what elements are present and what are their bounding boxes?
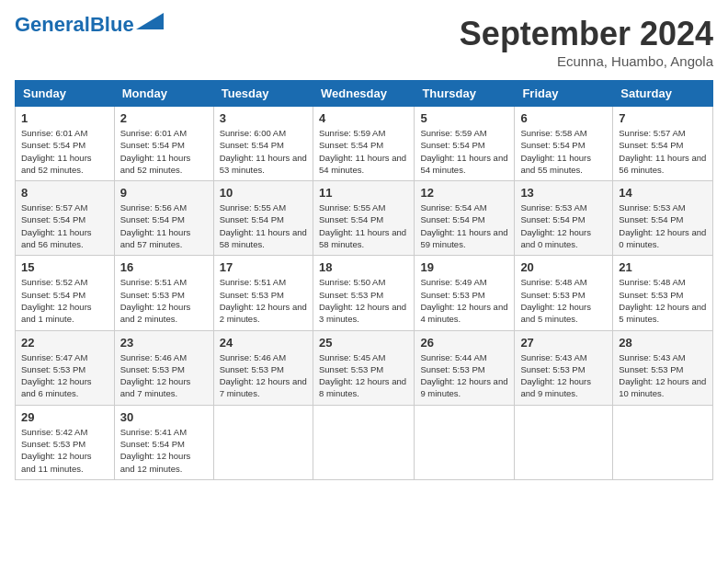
col-friday: Friday	[515, 81, 613, 107]
day-info: Sunrise: 5:41 AMSunset: 5:54 PMDaylight:…	[120, 426, 208, 475]
day-info: Sunrise: 5:48 AMSunset: 5:53 PMDaylight:…	[520, 276, 607, 325]
calendar-week-row: 29Sunrise: 5:42 AMSunset: 5:53 PMDayligh…	[16, 405, 713, 479]
logo-icon	[136, 13, 164, 29]
day-info: Sunrise: 5:59 AMSunset: 5:54 PMDaylight:…	[420, 127, 508, 176]
day-info: Sunrise: 5:46 AMSunset: 5:53 PMDaylight:…	[120, 351, 208, 400]
calendar-day-cell: 19Sunrise: 5:49 AMSunset: 5:53 PMDayligh…	[415, 256, 515, 330]
day-info: Sunrise: 5:57 AMSunset: 5:54 PMDaylight:…	[21, 201, 108, 250]
day-number: 3	[220, 111, 307, 125]
day-info: Sunrise: 5:46 AMSunset: 5:53 PMDaylight:…	[220, 351, 307, 400]
calendar-day-cell: 1Sunrise: 6:01 AMSunset: 5:54 PMDaylight…	[16, 107, 115, 181]
day-number: 13	[520, 186, 607, 200]
calendar-day-cell	[213, 405, 313, 479]
day-number: 10	[220, 186, 307, 200]
day-number: 7	[619, 111, 707, 125]
calendar-day-cell: 26Sunrise: 5:44 AMSunset: 5:53 PMDayligh…	[415, 330, 515, 405]
col-wednesday: Wednesday	[313, 81, 414, 107]
day-info: Sunrise: 5:51 AMSunset: 5:53 PMDaylight:…	[120, 276, 208, 325]
calendar-day-cell: 2Sunrise: 6:01 AMSunset: 5:54 PMDaylight…	[114, 107, 213, 181]
day-info: Sunrise: 5:43 AMSunset: 5:53 PMDaylight:…	[619, 351, 707, 400]
calendar-day-cell: 10Sunrise: 5:55 AMSunset: 5:54 PMDayligh…	[213, 181, 313, 256]
day-info: Sunrise: 6:01 AMSunset: 5:54 PMDaylight:…	[21, 127, 108, 176]
day-number: 20	[520, 260, 607, 274]
day-info: Sunrise: 6:01 AMSunset: 5:54 PMDaylight:…	[120, 127, 208, 176]
day-info: Sunrise: 5:45 AMSunset: 5:53 PMDaylight:…	[319, 351, 408, 400]
calendar-day-cell: 4Sunrise: 5:59 AMSunset: 5:54 PMDaylight…	[313, 107, 414, 181]
day-number: 17	[220, 260, 307, 274]
day-number: 27	[520, 336, 607, 350]
day-info: Sunrise: 5:50 AMSunset: 5:53 PMDaylight:…	[319, 276, 408, 325]
calendar-day-cell: 3Sunrise: 6:00 AMSunset: 5:54 PMDaylight…	[213, 107, 313, 181]
day-number: 8	[21, 186, 108, 200]
col-thursday: Thursday	[415, 81, 515, 107]
day-number: 28	[619, 336, 707, 350]
day-number: 18	[319, 260, 408, 274]
title-section: September 2024 Ecunna, Huambo, Angola	[460, 15, 713, 69]
calendar-day-cell: 29Sunrise: 5:42 AMSunset: 5:53 PMDayligh…	[16, 405, 115, 479]
location-subtitle: Ecunna, Huambo, Angola	[460, 53, 713, 69]
day-number: 29	[21, 410, 108, 424]
day-number: 19	[420, 260, 508, 274]
day-number: 16	[120, 260, 208, 274]
calendar-week-row: 1Sunrise: 6:01 AMSunset: 5:54 PMDaylight…	[16, 107, 713, 181]
calendar-day-cell: 7Sunrise: 5:57 AMSunset: 5:54 PMDaylight…	[613, 107, 713, 181]
day-info: Sunrise: 5:47 AMSunset: 5:53 PMDaylight:…	[21, 351, 108, 400]
day-info: Sunrise: 5:59 AMSunset: 5:54 PMDaylight:…	[319, 127, 408, 176]
calendar-day-cell: 15Sunrise: 5:52 AMSunset: 5:54 PMDayligh…	[16, 256, 115, 330]
calendar-day-cell: 17Sunrise: 5:51 AMSunset: 5:53 PMDayligh…	[213, 256, 313, 330]
calendar-day-cell	[415, 405, 515, 479]
calendar-day-cell	[313, 405, 414, 479]
day-number: 21	[619, 260, 707, 274]
day-info: Sunrise: 5:56 AMSunset: 5:54 PMDaylight:…	[120, 201, 208, 250]
col-tuesday: Tuesday	[213, 81, 313, 107]
calendar-day-cell: 9Sunrise: 5:56 AMSunset: 5:54 PMDaylight…	[114, 181, 213, 256]
day-info: Sunrise: 5:55 AMSunset: 5:54 PMDaylight:…	[220, 201, 307, 250]
day-number: 11	[319, 186, 408, 200]
calendar-day-cell	[515, 405, 613, 479]
calendar-day-cell: 30Sunrise: 5:41 AMSunset: 5:54 PMDayligh…	[114, 405, 213, 479]
calendar-week-row: 15Sunrise: 5:52 AMSunset: 5:54 PMDayligh…	[16, 256, 713, 330]
calendar-day-cell: 12Sunrise: 5:54 AMSunset: 5:54 PMDayligh…	[415, 181, 515, 256]
calendar-week-row: 22Sunrise: 5:47 AMSunset: 5:53 PMDayligh…	[16, 330, 713, 405]
day-number: 9	[120, 186, 208, 200]
day-info: Sunrise: 5:53 AMSunset: 5:54 PMDaylight:…	[520, 201, 607, 250]
day-number: 4	[319, 111, 408, 125]
logo-text: GeneralBlue	[15, 15, 134, 35]
day-number: 24	[220, 336, 307, 350]
calendar-day-cell: 16Sunrise: 5:51 AMSunset: 5:53 PMDayligh…	[114, 256, 213, 330]
calendar-day-cell: 28Sunrise: 5:43 AMSunset: 5:53 PMDayligh…	[613, 330, 713, 405]
calendar-day-cell: 24Sunrise: 5:46 AMSunset: 5:53 PMDayligh…	[213, 330, 313, 405]
page-header: GeneralBlue September 2024 Ecunna, Huamb…	[15, 15, 713, 69]
day-info: Sunrise: 5:42 AMSunset: 5:53 PMDaylight:…	[21, 426, 108, 475]
day-info: Sunrise: 5:43 AMSunset: 5:53 PMDaylight:…	[520, 351, 607, 400]
calendar-day-cell: 11Sunrise: 5:55 AMSunset: 5:54 PMDayligh…	[313, 181, 414, 256]
calendar-day-cell: 8Sunrise: 5:57 AMSunset: 5:54 PMDaylight…	[16, 181, 115, 256]
day-info: Sunrise: 6:00 AMSunset: 5:54 PMDaylight:…	[220, 127, 307, 176]
col-saturday: Saturday	[613, 81, 713, 107]
day-number: 1	[21, 111, 108, 125]
calendar-day-cell: 6Sunrise: 5:58 AMSunset: 5:54 PMDaylight…	[515, 107, 613, 181]
logo: GeneralBlue	[15, 15, 164, 35]
day-info: Sunrise: 5:52 AMSunset: 5:54 PMDaylight:…	[21, 276, 108, 325]
day-info: Sunrise: 5:44 AMSunset: 5:53 PMDaylight:…	[420, 351, 508, 400]
day-number: 5	[420, 111, 508, 125]
day-number: 15	[21, 260, 108, 274]
day-number: 14	[619, 186, 707, 200]
day-number: 30	[120, 410, 208, 424]
day-number: 23	[120, 336, 208, 350]
day-info: Sunrise: 5:51 AMSunset: 5:53 PMDaylight:…	[220, 276, 307, 325]
day-info: Sunrise: 5:49 AMSunset: 5:53 PMDaylight:…	[420, 276, 508, 325]
day-info: Sunrise: 5:48 AMSunset: 5:53 PMDaylight:…	[619, 276, 707, 325]
day-number: 26	[420, 336, 508, 350]
month-title: September 2024	[460, 15, 713, 53]
calendar-header-row: Sunday Monday Tuesday Wednesday Thursday…	[16, 81, 713, 107]
col-monday: Monday	[114, 81, 213, 107]
day-number: 2	[120, 111, 208, 125]
day-info: Sunrise: 5:55 AMSunset: 5:54 PMDaylight:…	[319, 201, 408, 250]
calendar-day-cell: 25Sunrise: 5:45 AMSunset: 5:53 PMDayligh…	[313, 330, 414, 405]
calendar-day-cell: 27Sunrise: 5:43 AMSunset: 5:53 PMDayligh…	[515, 330, 613, 405]
calendar-day-cell: 13Sunrise: 5:53 AMSunset: 5:54 PMDayligh…	[515, 181, 613, 256]
calendar-day-cell: 18Sunrise: 5:50 AMSunset: 5:53 PMDayligh…	[313, 256, 414, 330]
calendar-day-cell: 5Sunrise: 5:59 AMSunset: 5:54 PMDaylight…	[415, 107, 515, 181]
day-info: Sunrise: 5:53 AMSunset: 5:54 PMDaylight:…	[619, 201, 707, 250]
